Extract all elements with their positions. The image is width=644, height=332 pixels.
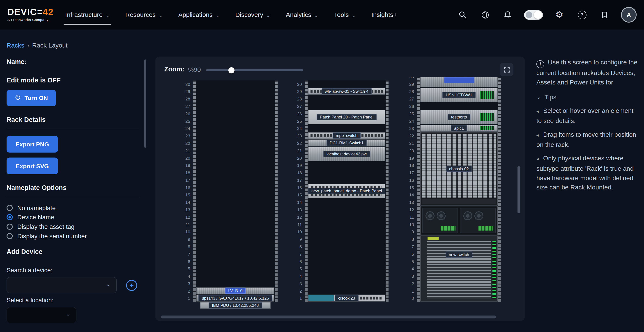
device-nameplate: new-switch [446, 252, 472, 258]
nav-item-insights[interactable]: Insights+ [372, 0, 397, 29]
notifications-bell-icon[interactable] [502, 8, 514, 21]
tips-list: ◂Select or hover over an element to see … [536, 106, 640, 192]
name-label: Name: [6, 58, 140, 66]
device-nameplate: USNHCTGW1 [442, 92, 476, 98]
device-nameplate: new_patch_panel_demo - Patch Panel [308, 188, 385, 194]
bookmark-icon[interactable] [598, 8, 611, 21]
radio-icon [6, 214, 13, 220]
edit-mode-status: Edit mode is OFF [6, 77, 140, 84]
turn-on-button[interactable]: Turn ON [6, 90, 56, 106]
device-nameplate: testports [448, 114, 470, 120]
zoom-slider[interactable] [206, 69, 303, 71]
toggle-left-dot [526, 11, 532, 18]
location-select[interactable] [6, 307, 76, 323]
add-device-heading: Add Device [6, 248, 140, 256]
rack-device-dc1-rm1-switch1[interactable]: DC1-RM1-Switch1 [308, 139, 385, 146]
device-nameplate: DC1-RM1-Switch1 [326, 140, 367, 146]
nav-item-resources[interactable]: Resources ⌄ [125, 0, 162, 29]
sidebar-scrollbar-thumb[interactable] [144, 59, 146, 148]
rack-device-testports[interactable]: testports [420, 110, 498, 124]
nav-item-infrastructure[interactable]: Infrastructure ⌄ [65, 0, 110, 29]
nameplate-options-heading: Nameplate Options [6, 184, 140, 192]
rack-device-usnhctgw1[interactable]: USNHCTGW1 [420, 88, 498, 102]
rack-device-ibm-pdu-10-42-255-248[interactable]: IBM PDU / 10.42.255.248 [200, 302, 270, 309]
rack-device-ups143-ga07g41017-10-42-6-125[interactable]: ups143 / GA07G41017 / 10.42.6.125 [196, 295, 274, 302]
add-device-plus-icon[interactable]: + [126, 280, 137, 291]
radio-icon [6, 224, 13, 230]
device-nameplate: LV_B_0 [225, 288, 246, 294]
page: DEVIC≡42 A Freshworks Company Infrastruc… [0, 0, 644, 332]
nameplate-options-group: No nameplate Device Name Display the ass… [6, 203, 140, 241]
search-icon[interactable] [456, 8, 469, 21]
nameplate-radio-no-nameplate[interactable]: No nameplate [6, 203, 140, 213]
device-nameplate [444, 77, 474, 83]
rack-device-wh-lab-sw-01-switch-4[interactable]: wh-lab-sw-01 - Switch 4 [308, 88, 385, 95]
rack-details-heading: Rack Details [6, 116, 140, 123]
rack-device[interactable] [420, 206, 498, 235]
nav-item-discovery[interactable]: Discovery ⌄ [235, 0, 270, 29]
globe-icon[interactable] [479, 8, 491, 21]
tip-item: ◂Select or hover over an element to see … [536, 106, 640, 125]
help-icon[interactable]: ? [576, 8, 588, 21]
rack-rail-left [417, 77, 420, 302]
radio-icon [6, 205, 13, 211]
breadcrumb-racks-link[interactable]: Racks [6, 42, 24, 49]
chevron-down-icon: ⌄ [158, 12, 162, 18]
device42-logo[interactable]: DEVIC≡42 A Freshworks Company [8, 8, 54, 22]
rack-unit-numbers: 3029282726252423222120191817161514131211… [406, 77, 415, 302]
rack-device-mpo-switch[interactable]: mpo_switch [308, 132, 385, 139]
theme-toggle[interactable] [524, 10, 543, 19]
info-panel: iUse this screen to configure the curren… [536, 57, 640, 192]
nav-item-applications[interactable]: Applications ⌄ [178, 0, 220, 29]
rack-device-lv-b-0[interactable]: LV_B_0 [196, 287, 274, 294]
zoom-label: Zoom: [164, 65, 184, 73]
logo-wordmark: DEVIC≡42 [8, 8, 54, 17]
nav-item-analytics[interactable]: Analytics ⌄ [286, 0, 318, 29]
chevron-down-icon: ⌄ [314, 12, 318, 18]
rack-device-chassis-02[interactable]: chassis-02 [420, 132, 498, 205]
rack-device-new-patch-panel-demo-patch-panel[interactable]: new_patch_panel_demo - Patch Panel [308, 184, 385, 198]
rack-unit-numbers: 3029282726252423222120191817161514131211… [182, 80, 192, 302]
tips-collapse-toggle[interactable]: ⌄ Tips [536, 92, 640, 102]
export-svg-button[interactable]: Export SVG [6, 157, 58, 174]
select-location-label: Select a location: [6, 297, 140, 304]
rack-rail-right [386, 80, 388, 302]
rack-frame[interactable]: LV_B_0ups143 / GA07G41017 / 10.42.6.125I… [193, 80, 278, 302]
vertical-scrollbar-thumb[interactable] [518, 166, 520, 213]
divider [6, 129, 140, 129]
tip-item: ◂Only physical devices where subtype att… [536, 153, 640, 192]
rack-device-apic1[interactable]: apic1 [420, 125, 498, 132]
rack-device[interactable] [420, 77, 498, 87]
rack-rail-left [305, 80, 308, 302]
fullscreen-button[interactable] [500, 63, 514, 76]
chevron-down-icon: ⌄ [216, 12, 220, 18]
nameplate-radio-display-the-asset-tag[interactable]: Display the asset tag [6, 222, 140, 231]
rack-device-localhost-device42-pvt[interactable]: localhost.device42.pvt [308, 147, 385, 161]
rack-layout-canvas: Zoom: %90 302928272625242322212019181716… [155, 56, 525, 321]
device-nameplate: ciscoxl23 [335, 295, 358, 301]
zoom-value: %90 [188, 66, 201, 73]
logo-tagline: A Freshworks Company [8, 18, 54, 22]
device-nameplate: mpo_switch [332, 132, 361, 139]
psu-module [460, 208, 496, 233]
horizontal-scrollbar-thumb[interactable] [161, 316, 496, 319]
rack-frame[interactable]: wh-lab-sw-01 - Switch 4Patch Panel 20 - … [305, 80, 388, 302]
breadcrumb: Racks›Rack Layout [6, 42, 68, 49]
breadcrumb-current: Rack Layout [32, 42, 68, 49]
export-png-button[interactable]: Export PNG [6, 136, 58, 153]
settings-gear-icon[interactable]: ⚙ [553, 8, 566, 21]
rack-frame[interactable]: USNHCTGW1testportsapic1chassis-02new-swi… [417, 77, 501, 302]
left-arrow-icon: ◂ [536, 132, 539, 137]
power-icon [15, 94, 21, 102]
device-search-select[interactable] [6, 277, 116, 293]
user-avatar[interactable]: A [621, 7, 636, 22]
nameplate-radio-device-name[interactable]: Device Name [6, 212, 140, 222]
device-nameplate: ups143 / GA07G41017 / 10.42.6.125 [198, 295, 272, 301]
rack-device-new-switch[interactable]: new-switch [420, 235, 498, 301]
zoom-slider-knob[interactable] [228, 67, 234, 73]
nameplate-radio-display-the-serial-number[interactable]: Display the serial number [6, 231, 140, 241]
rack-device-patch-panel-20-patch-panel[interactable]: Patch Panel 20 - Patch Panel [308, 110, 385, 124]
rack-device-ciscoxl23[interactable]: ciscoxl23 [308, 295, 385, 302]
device-nameplate: localhost.device42.pvt [323, 151, 370, 157]
nav-item-tools[interactable]: Tools ⌄ [334, 0, 356, 29]
